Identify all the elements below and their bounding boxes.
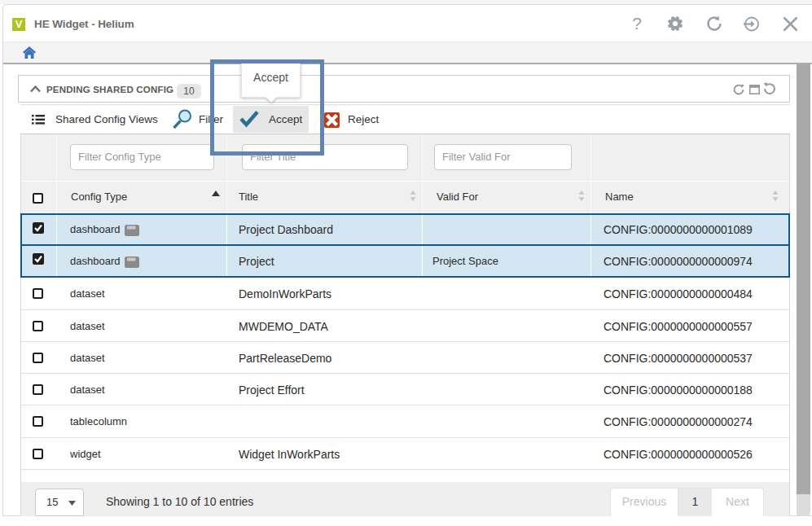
svg-text:?: ? bbox=[632, 15, 642, 33]
